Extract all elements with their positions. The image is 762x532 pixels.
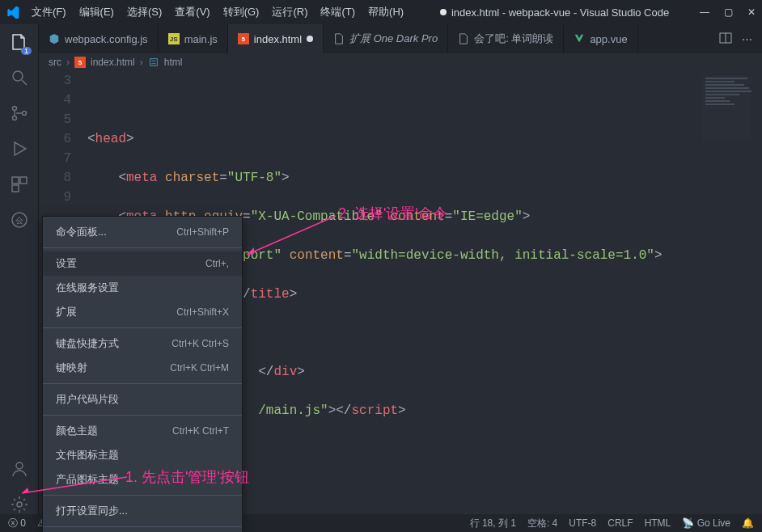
extensions-icon[interactable] xyxy=(10,175,29,194)
menu-color-theme[interactable]: 颜色主题Ctrl+K Ctrl+T xyxy=(43,419,242,443)
svg-point-0 xyxy=(13,71,23,81)
html-file-icon: 5 xyxy=(238,33,249,44)
svg-line-1 xyxy=(22,80,27,85)
search-icon[interactable] xyxy=(10,68,29,87)
status-golive[interactable]: 📡 Go Live xyxy=(682,517,730,529)
menu-separator xyxy=(43,415,242,416)
menu-edit[interactable]: 编辑(E) xyxy=(74,2,120,23)
svg-point-3 xyxy=(12,116,16,120)
menu-separator xyxy=(43,383,242,384)
tab-label: index.html xyxy=(254,33,302,45)
tab-main-js[interactable]: JS main.js xyxy=(159,24,228,53)
annotation-arrow-2 xyxy=(243,212,340,259)
svg-line-14 xyxy=(22,477,127,493)
svg-point-4 xyxy=(22,112,26,116)
code-line: <meta charset="UTF-8"> xyxy=(87,168,713,188)
tab-onedark-ext[interactable]: 扩展 One Dark Pro xyxy=(324,24,448,53)
tab-index-html[interactable]: 5 index.html xyxy=(228,24,324,53)
tab-app-vue[interactable]: app.vue xyxy=(564,24,637,53)
close-button[interactable]: ✕ xyxy=(747,6,756,18)
menu-settings-sync[interactable]: 打开设置同步... xyxy=(43,499,242,523)
maximize-button[interactable]: ▢ xyxy=(724,6,733,18)
huile-icon[interactable]: 会 xyxy=(10,210,29,230)
svg-line-16 xyxy=(247,216,336,255)
svg-marker-15 xyxy=(22,488,29,493)
tab-label: 会了吧: 单词朗读 xyxy=(474,32,553,46)
breadcrumb-src[interactable]: src xyxy=(49,57,61,68)
status-errors[interactable]: ⓧ 0 xyxy=(8,517,26,530)
html-file-icon: 5 xyxy=(74,57,86,68)
menu-settings[interactable]: 设置Ctrl+, xyxy=(43,251,242,276)
explorer-badge: 1 xyxy=(21,47,32,55)
generic-file-icon xyxy=(458,33,469,44)
menu-separator xyxy=(43,247,242,248)
tab-huile[interactable]: 会了吧: 单词朗读 xyxy=(448,24,564,53)
svg-point-2 xyxy=(12,107,16,111)
tab-label: app.vue xyxy=(590,33,627,45)
status-language[interactable]: HTML xyxy=(645,517,671,529)
breadcrumb-symbol[interactable]: html xyxy=(164,57,183,68)
js-file-icon: JS xyxy=(168,33,180,44)
window-title: index.html - webpack-vue - Visual Studio… xyxy=(409,6,700,19)
tab-label: 扩展 One Dark Pro xyxy=(349,32,438,46)
menu-user-snippets[interactable]: 用户代码片段 xyxy=(43,387,242,412)
minimap[interactable] xyxy=(702,76,751,141)
breadcrumb[interactable]: src › 5 index.html › html xyxy=(39,53,762,71)
tab-dirty-dot-icon xyxy=(307,36,313,42)
code-line: <head> xyxy=(87,129,713,149)
menu-view[interactable]: 查看(V) xyxy=(169,2,215,23)
code-line xyxy=(87,91,713,110)
menu-file[interactable]: 文件(F) xyxy=(26,2,72,23)
menu-go[interactable]: 转到(G) xyxy=(218,2,265,23)
activity-bar: 1 会 xyxy=(0,24,39,514)
menu-separator xyxy=(43,526,242,527)
tab-webpack-config[interactable]: webpack.config.js xyxy=(39,24,159,53)
tab-actions: ⋯ xyxy=(709,24,762,53)
dirty-dot-icon xyxy=(440,9,447,15)
menu-separator xyxy=(43,327,242,328)
svg-marker-17 xyxy=(247,247,254,255)
menu-keymap[interactable]: 键映射Ctrl+K Ctrl+M xyxy=(43,356,242,380)
editor-tabs: webpack.config.js JS main.js 5 index.htm… xyxy=(39,24,762,53)
webpack-file-icon xyxy=(49,33,60,44)
split-editor-icon[interactable] xyxy=(719,32,732,47)
svg-point-10 xyxy=(16,462,23,469)
menu-online-services[interactable]: 在线服务设置 xyxy=(43,276,242,300)
generic-file-icon xyxy=(333,33,345,44)
window-controls: ― ▢ ✕ xyxy=(700,6,756,18)
svg-rect-7 xyxy=(12,185,19,192)
menu-selection[interactable]: 选择(S) xyxy=(121,2,167,23)
manage-gear-icon[interactable] xyxy=(10,495,29,514)
breadcrumb-file[interactable]: index.html xyxy=(91,57,135,68)
status-bell-icon[interactable]: 🔔 xyxy=(742,517,754,529)
menu-extensions[interactable]: 扩展Ctrl+Shift+X xyxy=(43,300,242,324)
menu-help[interactable]: 帮助(H) xyxy=(362,2,409,23)
svg-rect-6 xyxy=(20,177,27,184)
menu-run[interactable]: 运行(R) xyxy=(266,2,313,23)
chevron-right-icon: › xyxy=(140,57,143,68)
status-eol[interactable]: CRLF xyxy=(607,517,633,529)
title-bar: 文件(F) 编辑(E) 选择(S) 查看(V) 转到(G) 运行(R) 终端(T… xyxy=(0,0,762,24)
menu-keyboard-shortcuts[interactable]: 键盘快捷方式Ctrl+K Ctrl+S xyxy=(43,331,242,356)
menu-terminal[interactable]: 终端(T) xyxy=(315,2,361,23)
status-indent[interactable]: 空格: 4 xyxy=(527,517,557,530)
menu-file-icon-theme[interactable]: 文件图标主题 xyxy=(43,443,242,467)
source-control-icon[interactable] xyxy=(10,103,29,123)
minimize-button[interactable]: ― xyxy=(700,6,709,18)
tab-label: webpack.config.js xyxy=(65,33,148,45)
run-debug-icon[interactable] xyxy=(10,139,29,158)
status-encoding[interactable]: UTF-8 xyxy=(569,517,596,529)
window-title-text: index.html - webpack-vue - Visual Studio… xyxy=(451,6,669,19)
annotation-text-2: 2. 选择'设置'命令 xyxy=(338,204,447,223)
menu-bar: 文件(F) 编辑(E) 选择(S) 查看(V) 转到(G) 运行(R) 终端(T… xyxy=(26,2,409,23)
symbol-icon xyxy=(148,57,159,68)
more-actions-icon[interactable]: ⋯ xyxy=(742,33,752,45)
vue-file-icon xyxy=(574,33,585,44)
vscode-logo-icon xyxy=(6,6,19,19)
menu-command-palette[interactable]: 命令面板...Ctrl+Shift+P xyxy=(43,220,242,244)
tab-label: main.js xyxy=(184,33,218,45)
annotation-arrow-1 xyxy=(18,473,131,497)
status-line-col[interactable]: 行 18, 列 1 xyxy=(470,517,516,530)
svg-rect-5 xyxy=(12,177,19,184)
chevron-right-icon: › xyxy=(66,57,70,68)
